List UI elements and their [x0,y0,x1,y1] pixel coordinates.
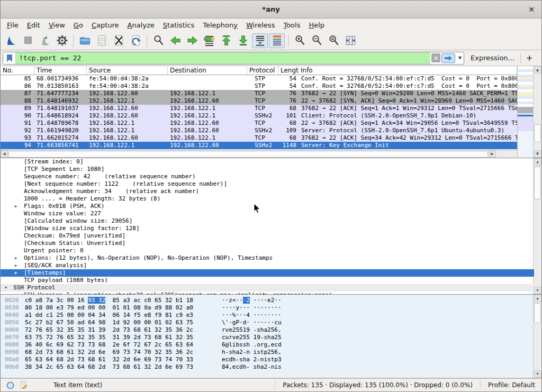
packet-list-hscrollbar[interactable]: ◀ ▶ [1,150,517,158]
menu-go[interactable]: Go [69,20,87,30]
restart-capture-icon[interactable] [37,33,53,48]
save-file-icon[interactable]: 010101100011 [94,33,110,48]
column-header-length[interactable]: Length [278,66,299,75]
go-to-packet-icon[interactable] [201,33,217,48]
packet-row[interactable]: 8670.013850163fe:54:00:d4:38:2aSTP54Conf… [1,83,517,90]
close-file-icon[interactable]: 01010011 [111,33,127,48]
go-forward-icon[interactable] [184,33,200,48]
packet-row[interactable]: 9371.662015274192.168.122.60192.168.122.… [1,134,517,142]
expander-closed-icon[interactable]: ▶ [15,269,17,277]
go-last-packet-icon[interactable] [235,33,251,48]
zoom-100-icon[interactable] [326,33,341,48]
detail-line[interactable]: Acknowledgment number: 34 (relative ack … [1,188,541,195]
scroll-right-icon[interactable]: ▶ [489,150,496,158]
detail-line[interactable]: ▶Flags: 0x018 (PSH, ACK) [1,203,541,210]
menu-wireless[interactable]: Wireless [242,20,279,30]
hex-row[interactable]: 00505c 27 b2 67 50 ad 64 98 1d 92 00 00 … [1,319,541,326]
resize-columns-icon[interactable] [342,33,358,48]
expander-closed-icon[interactable]: ▶ [15,203,17,210]
column-header-info[interactable]: Info [299,66,517,75]
add-filter-button[interactable]: + [521,53,538,63]
packet-row[interactable]: 9071.648618924192.168.122.60192.168.122.… [1,112,517,120]
menu-analyze[interactable]: Analyze [123,20,159,30]
menu-capture[interactable]: Capture [87,20,123,30]
packet-row[interactable]: 9271.661949820192.168.122.1192.168.122.6… [1,127,517,134]
packet-list-vscrollbar[interactable]: ▲ ▼ [533,66,541,158]
column-header-destination[interactable]: Destination [168,66,247,75]
detail-line[interactable]: TCP payload (1080 bytes) [1,277,541,284]
hex-row[interactable]: 00a065 63 64 68 2d 73 68 61 32 2d 6e 69 … [1,356,541,363]
detail-line[interactable]: Checksum: 0x79ed [unverified] [1,232,541,240]
column-header-time[interactable]: Time [34,66,87,75]
scroll-up-icon[interactable]: ▲ [534,295,541,302]
scroll-down-icon[interactable]: ▼ [534,150,541,158]
apply-filter-icon[interactable] [441,53,455,63]
detail-line[interactable]: Window size value: 227 [1,210,541,217]
hex-row[interactable]: 0040a1 dd c1 25 00 00 04 34 06 14 f5 e8 … [1,312,541,319]
hex-row[interactable]: 007063 75 72 76 65 32 35 35 31 39 2d 73 … [1,334,541,341]
reload-file-icon[interactable]: 0101 [128,33,143,48]
zoom-out-icon[interactable] [309,33,324,48]
profile-status[interactable]: Profile: Default [480,381,537,390]
bytes-vscroll-thumb[interactable] [534,303,541,323]
detail-line[interactable]: [TCP Segment Len: 1080] [1,166,541,173]
menu-statistics[interactable]: Statistics [159,20,198,30]
open-file-icon[interactable] [77,33,93,48]
clear-filter-icon[interactable]: ✕ [431,53,440,62]
scroll-down-icon[interactable]: ▼ [534,370,541,378]
packet-row[interactable]: 8771.647777234192.168.122.60192.168.122.… [1,90,517,97]
close-window-button[interactable]: ✕ [527,5,536,14]
capture-comment-icon[interactable] [19,380,29,390]
filter-history-dropdown-icon[interactable]: ▼ [456,56,464,60]
detail-line[interactable]: [Stream index: 0] [1,158,541,166]
packet-row[interactable]: 9471.663856741192.168.122.1192.168.122.6… [1,142,517,149]
scroll-up-icon[interactable]: ▲ [534,66,541,74]
detail-line[interactable]: [Next sequence number: 1122 (relative se… [1,180,541,188]
expander-closed-icon[interactable]: ▶ [15,254,17,262]
go-back-icon[interactable] [167,33,183,48]
detail-line[interactable]: 1000 .... = Header Length: 32 bytes (8) [1,195,541,203]
capture-options-icon[interactable] [54,33,70,48]
expert-info-icon[interactable] [5,380,15,390]
packet-row[interactable]: 9171.648789678192.168.122.1192.168.122.6… [1,120,517,127]
expander-open-icon[interactable]: ▼ [5,284,7,291]
menu-tools[interactable]: Tools [279,20,304,30]
auto-scroll-icon[interactable] [252,33,268,48]
detail-line[interactable]: ▼SSH Protocol [1,284,534,291]
stop-capture-icon[interactable] [20,33,36,48]
packet-list-header[interactable]: No.TimeSourceDestinationProtocolLengthIn… [1,66,517,75]
packet-row[interactable]: 8568.001734936fe:54:00:d4:38:2aSTP54Conf… [1,75,517,83]
hscroll-thumb[interactable] [8,151,488,158]
packet-row[interactable]: 8871.648146932192.168.122.1192.168.122.6… [1,97,517,105]
packet-row[interactable]: 8971.648191037192.168.122.60192.168.122.… [1,105,517,112]
packet-list-minimap[interactable] [517,66,533,158]
column-header-protocol[interactable]: Protocol [247,66,278,75]
detail-line[interactable]: Sequence number: 42 (relative sequence n… [1,173,541,180]
detail-line[interactable]: Urgent pointer: 0 [1,247,541,254]
hex-row[interactable]: 009068 2d 73 68 61 32 2d 6e 69 73 74 70 … [1,349,541,356]
hex-row[interactable]: 008036 40 6c 69 62 73 73 68 2e 6f 72 67 … [1,341,541,349]
find-packet-icon[interactable] [150,33,166,48]
menu-edit[interactable]: Edit [23,20,44,30]
menu-file[interactable]: File [3,20,23,30]
colorize-packets-icon[interactable] [269,33,285,48]
detail-line[interactable]: [Checksum Status: Unverified] [1,240,541,247]
hex-row[interactable]: 003080 18 00 e3 79 ed 00 00 01 01 08 0a … [1,304,541,312]
expression-button[interactable]: Expression… [464,54,520,62]
detail-line[interactable]: ▶[SEQ/ACK analysis] [1,262,541,269]
expander-closed-icon[interactable]: ▶ [15,262,17,269]
menu-view[interactable]: View [44,20,69,30]
start-capture-icon[interactable] [3,33,19,48]
column-header-no[interactable]: No. [1,66,34,75]
scroll-left-icon[interactable]: ◀ [1,150,8,158]
hex-row[interactable]: 0020c0 a8 7a 3c 00 16 93 32 85 a3 ac c0 … [1,297,541,304]
filter-bookmark-icon[interactable] [3,52,16,64]
column-header-source[interactable]: Source [87,66,168,75]
detail-line[interactable]: [Calculated window size: 29056] [1,217,541,225]
display-filter-input[interactable] [16,52,430,64]
hex-row[interactable]: 006072 76 65 32 35 35 31 39 2d 73 68 61 … [1,326,541,334]
zoom-in-icon[interactable] [292,33,308,48]
hex-row[interactable]: 00b038 34 2c 65 63 64 68 2d 73 68 61 32 … [1,363,541,371]
go-first-packet-icon[interactable] [218,33,234,48]
detail-line[interactable]: ▶[Timestamps] [1,269,534,277]
